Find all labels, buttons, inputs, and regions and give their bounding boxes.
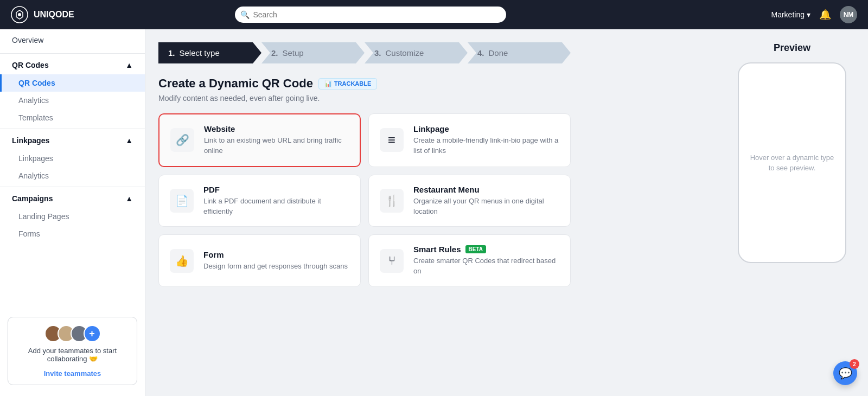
pdf-name: PDF: [203, 185, 349, 194]
sidebar-linkpages-label: Linkpages: [18, 154, 53, 163]
form-desc: Design form and get responses through sc…: [203, 261, 348, 272]
sidebar-group-campaigns[interactable]: Campaigns ▲: [0, 189, 145, 208]
invite-card: + Add your teammates to start collaborat…: [8, 317, 137, 385]
workspace-dropdown[interactable]: Marketing ▾: [771, 10, 810, 19]
divider-3: [0, 187, 145, 187]
type-card-website[interactable]: 🔗 Website Link to an existing web URL an…: [158, 113, 361, 167]
linkpage-desc: Create a mobile-friendly link-in-bio pag…: [413, 136, 559, 156]
preview-hint: Hover over a dynamic type to see preview…: [739, 142, 845, 184]
sidebar-item-qr-codes[interactable]: QR Codes: [0, 74, 145, 92]
chat-button[interactable]: 💬 2: [833, 361, 857, 385]
search-icon: 🔍: [240, 10, 250, 19]
linkpage-info: Linkpage Create a mobile-friendly link-i…: [413, 124, 559, 156]
logo: UNIQODE: [11, 6, 98, 23]
step-3[interactable]: 3. Customize: [365, 42, 468, 63]
create-title: Create a Dynamic QR Code 📊 TRACKABLE: [158, 76, 571, 91]
sidebar-item-overview[interactable]: Overview: [0, 29, 145, 51]
main-layout: Overview QR Codes ▲ QR Codes Analytics T…: [0, 29, 868, 396]
sidebar-overview-label: Overview: [12, 36, 43, 44]
sidebar-qr-analytics-label: Analytics: [18, 96, 49, 105]
type-card-pdf[interactable]: 📄 PDF Link a PDF document and distribute…: [158, 175, 361, 227]
sidebar-item-linkpages[interactable]: Linkpages: [0, 150, 145, 167]
sidebar-group-campaigns-label: Campaigns: [12, 194, 53, 203]
main-content: 1. Select type 2. Setup 3. Customize 4. …: [145, 29, 716, 396]
topnav: UNIQODE 🔍 Marketing ▾ 🔔 NM: [0, 0, 868, 29]
invite-teammates-link[interactable]: Invite teammates: [44, 369, 101, 378]
smart-rules-info: Smart Rules BETA Create smarter QR Codes…: [413, 245, 559, 277]
step-1-number: 1.: [168, 48, 175, 58]
chat-icon: 💬: [839, 367, 852, 380]
step-1-label: Select type: [180, 48, 220, 58]
search-input[interactable]: [235, 7, 506, 23]
step-3-number: 3.: [374, 48, 381, 58]
pdf-info: PDF Link a PDF document and distribute i…: [203, 185, 349, 217]
logo-icon: [11, 6, 28, 23]
nav-right: Marketing ▾ 🔔 NM: [771, 6, 857, 23]
website-icon: 🔗: [170, 128, 194, 152]
sidebar-forms-label: Forms: [18, 229, 40, 238]
sidebar-qr-templates-label: Templates: [18, 113, 53, 122]
restaurant-menu-info: Restaurant Menu Organize all your QR men…: [413, 185, 559, 217]
restaurant-menu-desc: Organize all your QR menus in one digita…: [413, 196, 559, 217]
step-1[interactable]: 1. Select type: [158, 42, 261, 63]
create-header: Create a Dynamic QR Code 📊 TRACKABLE Mod…: [158, 76, 571, 103]
linkpage-icon: ≡: [380, 128, 404, 152]
sidebar-item-qr-templates[interactable]: Templates: [0, 109, 145, 126]
step-2-number: 2.: [271, 48, 278, 58]
sidebar-qr-codes-label: QR Codes: [18, 79, 55, 87]
step-2[interactable]: 2. Setup: [261, 42, 365, 63]
create-title-text: Create a Dynamic QR Code: [158, 76, 313, 91]
preview-panel: Preview Hover over a dynamic type to see…: [716, 29, 868, 396]
search-bar: 🔍: [235, 7, 506, 23]
avatar[interactable]: NM: [840, 6, 857, 23]
chat-badge: 2: [850, 359, 859, 369]
beta-badge: BETA: [465, 245, 486, 253]
workspace-label: Marketing: [771, 10, 805, 19]
divider-2: [0, 129, 145, 129]
notification-bell-icon[interactable]: 🔔: [819, 9, 831, 21]
smart-rules-icon: ⑂: [380, 249, 404, 273]
step-2-label: Setup: [283, 48, 304, 58]
type-card-restaurant-menu[interactable]: 🍴 Restaurant Menu Organize all your QR m…: [368, 175, 571, 227]
pdf-desc: Link a PDF document and distribute it ef…: [203, 196, 349, 217]
invite-avatars: +: [15, 325, 130, 342]
website-name: Website: [204, 124, 349, 133]
restaurant-menu-icon: 🍴: [380, 189, 404, 213]
invite-text: Add your teammates to start collaboratin…: [15, 347, 130, 363]
sidebar-landing-pages-label: Landing Pages: [18, 212, 69, 221]
step-4[interactable]: 4. Done: [468, 42, 571, 63]
sidebar-group-qr-codes-label: QR Codes: [12, 61, 49, 69]
linkpage-name: Linkpage: [413, 124, 559, 133]
type-grid: 🔗 Website Link to an existing web URL an…: [158, 113, 571, 287]
sidebar-item-linkpages-analytics[interactable]: Analytics: [0, 167, 145, 184]
chevron-down-icon: ▾: [807, 10, 810, 19]
create-subtitle: Modify content as needed, even after goi…: [158, 94, 571, 103]
form-name: Form: [203, 250, 348, 259]
type-card-form[interactable]: 👍 Form Design form and get responses thr…: [158, 234, 361, 287]
type-card-linkpage[interactable]: ≡ Linkpage Create a mobile-friendly link…: [368, 113, 571, 167]
sidebar-group-qr-codes[interactable]: QR Codes ▲: [0, 56, 145, 74]
add-teammate-icon[interactable]: +: [84, 325, 101, 342]
sidebar-linkpages-analytics-label: Analytics: [18, 171, 49, 180]
pdf-icon: 📄: [170, 189, 194, 213]
website-desc: Link to an existing web URL and bring tr…: [204, 136, 349, 156]
logo-text: UNIQODE: [34, 10, 74, 20]
form-icon: 👍: [170, 249, 194, 273]
divider: [0, 53, 145, 54]
type-card-smart-rules[interactable]: ⑂ Smart Rules BETA Create smarter QR Cod…: [368, 234, 571, 287]
restaurant-menu-name: Restaurant Menu: [413, 185, 559, 194]
sidebar-group-linkpages-label: Linkpages: [12, 136, 49, 145]
sidebar-item-landing-pages[interactable]: Landing Pages: [0, 208, 145, 225]
stepper: 1. Select type 2. Setup 3. Customize 4. …: [158, 42, 571, 63]
chevron-up-icon-3: ▲: [125, 194, 133, 203]
sidebar-group-linkpages[interactable]: Linkpages ▲: [0, 131, 145, 150]
step-3-label: Customize: [386, 48, 424, 58]
sidebar: Overview QR Codes ▲ QR Codes Analytics T…: [0, 29, 145, 396]
sidebar-item-forms[interactable]: Forms: [0, 225, 145, 242]
trackable-badge: 📊 TRACKABLE: [318, 78, 377, 90]
preview-title: Preview: [774, 42, 810, 54]
chevron-up-icon-2: ▲: [125, 136, 133, 145]
preview-phone: Hover over a dynamic type to see preview…: [738, 62, 846, 263]
sidebar-item-qr-analytics[interactable]: Analytics: [0, 92, 145, 109]
smart-rules-name: Smart Rules BETA: [413, 245, 559, 254]
